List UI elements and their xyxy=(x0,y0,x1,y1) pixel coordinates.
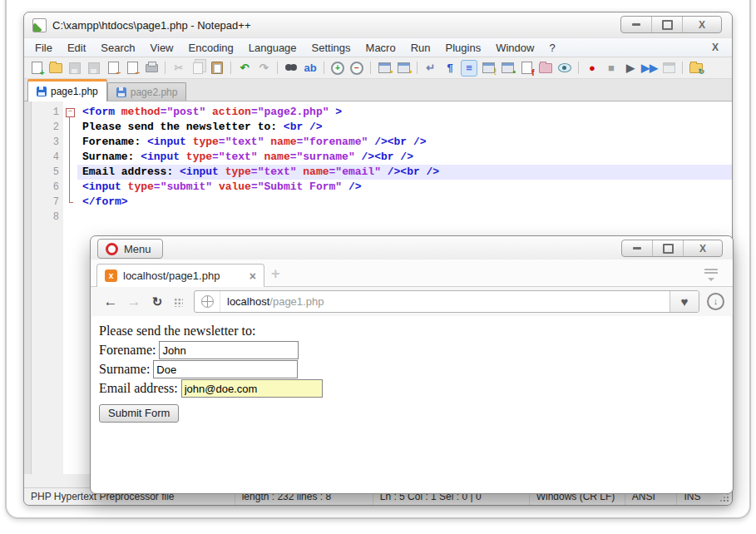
bookmark-heart-button[interactable]: ♥ xyxy=(670,291,699,312)
monitoring-eye-icon[interactable] xyxy=(556,60,573,77)
print-icon-shape xyxy=(146,64,158,72)
notepadpp-window-controls: X xyxy=(620,16,722,33)
document-map-icon[interactable]: ▪ xyxy=(499,60,516,77)
folder-workspace-icon-shape xyxy=(539,63,552,73)
open-folder-icon[interactable] xyxy=(47,60,64,77)
find-icon-shape xyxy=(285,64,297,72)
monitoring-eye-icon-shape xyxy=(558,63,571,72)
undo-icon[interactable]: ↶ xyxy=(236,60,253,77)
menu-item-language[interactable]: Language xyxy=(241,41,304,55)
word-wrap-icon[interactable]: ↵ xyxy=(422,60,439,77)
downloads-button[interactable]: ↓ xyxy=(707,293,724,310)
line-number: 2 xyxy=(32,120,59,135)
new-file-icon[interactable]: + xyxy=(28,60,45,77)
close-all-docs-icon-badge: − xyxy=(136,69,141,77)
menu-item-window[interactable]: Window xyxy=(488,41,541,55)
doc-tab-page1-php[interactable]: page1.php xyxy=(27,79,107,101)
restore-recent-file-icon[interactable]: ↻ xyxy=(688,60,704,77)
doc-tab-page2-php[interactable]: page2.php xyxy=(107,82,187,101)
document-tab-bar: page1.phppage2.php xyxy=(24,79,732,101)
address-path[interactable]: /page1.php xyxy=(269,295,324,308)
text-input-surname[interactable] xyxy=(153,360,298,378)
menu-item-search[interactable]: Search xyxy=(93,41,142,55)
save-macro-icon xyxy=(660,60,677,77)
document-map-icon-shape: ▪ xyxy=(502,62,514,73)
folder-workspace-icon[interactable] xyxy=(537,60,554,77)
fold-margin[interactable]: − xyxy=(63,101,77,474)
zoom-in-icon[interactable]: + xyxy=(329,60,346,77)
close-doc-icon[interactable]: − xyxy=(105,60,121,77)
close-button[interactable]: X xyxy=(683,240,722,256)
sync-horizontal-icon-badge: • xyxy=(409,67,413,77)
menu-item-edit[interactable]: Edit xyxy=(60,41,93,55)
address-host[interactable]: localhost xyxy=(220,295,269,308)
new-tab-button[interactable]: + xyxy=(271,266,280,281)
function-list-icon-shape: f xyxy=(521,62,532,74)
record-macro-icon-glyph: ● xyxy=(589,62,595,73)
maximize-icon xyxy=(662,20,673,30)
sync-horizontal-icon[interactable]: • xyxy=(395,60,412,77)
menu-item-plugins[interactable]: Plugins xyxy=(438,41,489,55)
menu-item-[interactable]: ? xyxy=(541,41,562,55)
window-title: C:\xampp\htdocs\page1.php - Notepad++ xyxy=(52,19,251,32)
menu-item-view[interactable]: View xyxy=(143,41,181,55)
minimize-button[interactable] xyxy=(622,240,652,256)
tab-close-icon[interactable]: × xyxy=(250,270,256,282)
closed-tabs-menu-icon[interactable] xyxy=(704,269,718,280)
text-input-emailaddress[interactable] xyxy=(181,379,323,398)
toolbar-separator xyxy=(230,62,231,74)
close-all-docs-icon[interactable]: − xyxy=(124,60,141,77)
run-macro-multi-icon[interactable]: ▶▶ xyxy=(641,60,658,77)
opera-logo-icon xyxy=(106,243,118,255)
web-page-content: Please send the newsletter to: Forename:… xyxy=(91,316,732,492)
menu-item-macro[interactable]: Macro xyxy=(358,41,403,55)
forward-button[interactable]: → xyxy=(122,294,146,309)
print-icon[interactable] xyxy=(143,60,160,77)
sync-vertical-icon[interactable]: • xyxy=(376,60,393,77)
show-all-chars-icon[interactable]: ¶ xyxy=(442,60,458,77)
fold-collapse-icon[interactable]: − xyxy=(66,108,75,117)
bookmark-margin[interactable] xyxy=(24,101,32,474)
toolbar-separator xyxy=(578,62,579,74)
text-input-forename[interactable] xyxy=(159,341,299,359)
line-number: 4 xyxy=(32,150,59,165)
menu-item-settings[interactable]: Settings xyxy=(304,41,358,55)
minimize-button[interactable] xyxy=(621,17,651,32)
site-badge[interactable] xyxy=(195,291,220,312)
opera-browser-window: Menu X x localhost/page1.php × + ← → ↻ xyxy=(90,235,734,494)
opera-titlebar[interactable]: Menu X xyxy=(91,236,733,260)
back-button[interactable]: ← xyxy=(99,294,122,309)
line-number: 7 xyxy=(32,195,59,210)
reload-button[interactable]: ↻ xyxy=(146,295,169,308)
replace-icon[interactable]: ab xyxy=(302,60,319,77)
close-all-docs-icon-shape: − xyxy=(127,62,138,74)
record-macro-icon[interactable]: ● xyxy=(584,60,600,77)
zoom-out-icon[interactable]: − xyxy=(348,60,365,77)
menubar-close-icon[interactable]: X xyxy=(702,42,729,53)
menu-item-run[interactable]: Run xyxy=(403,41,438,55)
cut-icon: ✂ xyxy=(170,60,187,77)
paste-icon[interactable] xyxy=(209,60,225,77)
notepadpp-app-icon xyxy=(32,18,47,32)
stop-macro-icon[interactable]: ■ xyxy=(603,60,620,77)
find-icon[interactable] xyxy=(283,60,299,77)
browser-tab[interactable]: x localhost/page1.php × xyxy=(96,264,264,287)
toolbar-separator xyxy=(417,62,418,74)
browser-tab-title: localhost/page1.php xyxy=(123,269,220,282)
speed-dial-grid-icon[interactable] xyxy=(173,297,183,307)
indent-guide-icon-glyph: ≡ xyxy=(466,62,472,73)
opera-menu-button[interactable]: Menu xyxy=(97,239,163,259)
user-define-dialog-icon[interactable]: ! xyxy=(480,60,497,77)
maximize-button[interactable] xyxy=(652,240,683,256)
play-macro-icon[interactable]: ▶ xyxy=(622,60,639,77)
menu-item-encoding[interactable]: Encoding xyxy=(181,41,241,55)
indent-guide-icon[interactable]: ≡ xyxy=(461,60,477,77)
submit-form-button[interactable]: Submit Form xyxy=(99,404,179,423)
user-define-dialog-icon-badge: ! xyxy=(494,67,497,77)
menu-item-file[interactable]: File xyxy=(27,41,60,55)
maximize-button[interactable] xyxy=(651,17,682,32)
address-bar[interactable]: localhost /page1.php ♥ xyxy=(194,290,699,313)
function-list-icon[interactable]: f xyxy=(518,60,535,77)
close-button[interactable]: X xyxy=(682,17,721,32)
redo-icon[interactable]: ↷ xyxy=(255,60,272,77)
